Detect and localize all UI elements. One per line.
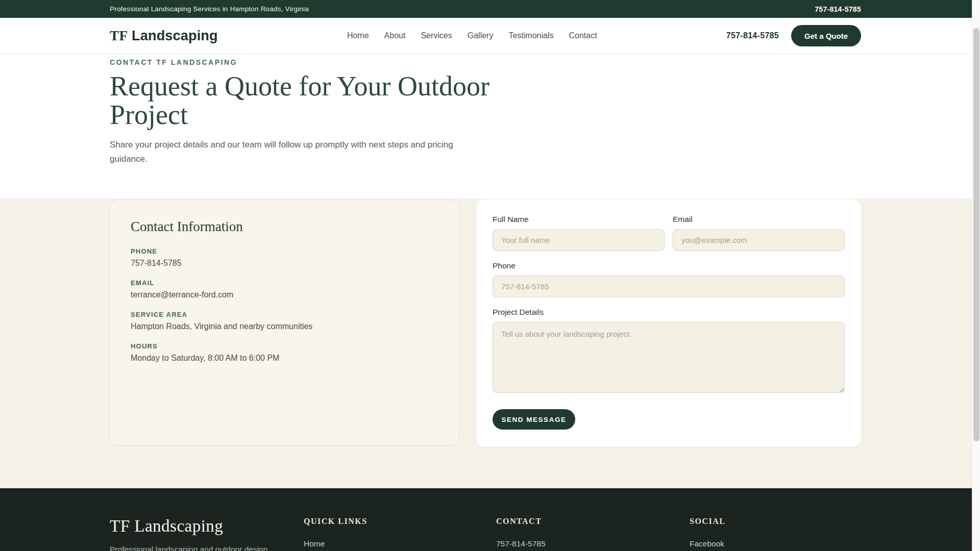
info-group-service-area: SERVICE AREA Hampton Roads, Virginia and… [131, 311, 438, 331]
nav-link-about[interactable]: About [384, 31, 406, 40]
project-details-label: Project Details [493, 308, 845, 317]
nav-link-services[interactable]: Services [421, 31, 452, 40]
project-details-textarea[interactable] [493, 322, 845, 393]
info-group-email: EMAIL terrance@terrance-ford.com [131, 279, 438, 299]
contact-info-card: Contact Information PHONE 757-814-5785 E… [110, 199, 459, 446]
info-value-service-area: Hampton Roads, Virginia and nearby commu… [131, 322, 438, 331]
hero-section: CONTACT TF LANDSCAPING Request a Quote f… [0, 54, 980, 198]
email-field-group: Email [673, 215, 845, 251]
nav-phone[interactable]: 757-814-5785 [726, 31, 779, 40]
email-label: Email [673, 215, 845, 224]
info-group-phone: PHONE 757-814-5785 [131, 247, 438, 268]
topbar-tagline: Professional Landscaping Services in Ham… [110, 5, 309, 13]
phone-label: Phone [493, 261, 845, 270]
page-title: Request a Quote for Your Outdoor Project [110, 72, 518, 129]
info-value-hours: Monday to Saturday, 8:00 AM to 6:00 PM [131, 354, 438, 363]
footer-contact-column: CONTACT 757-814-5785 terrance@terrance-f… [496, 517, 690, 551]
full-name-label: Full Name [493, 215, 665, 224]
info-label-service-area: SERVICE AREA [131, 311, 438, 318]
nav-link-testimonials[interactable]: Testimonials [508, 31, 553, 40]
hero-eyebrow: CONTACT TF LANDSCAPING [110, 58, 861, 66]
contact-section: Contact Information PHONE 757-814-5785 E… [0, 198, 980, 488]
nav-link-contact[interactable]: Contact [569, 31, 597, 40]
get-a-quote-button[interactable]: Get a Quote [791, 25, 861, 46]
send-message-button[interactable]: SEND MESSAGE [493, 409, 575, 430]
quote-form-card: Full Name Email Phone Project Details [476, 199, 861, 447]
email-input[interactable] [673, 229, 845, 251]
footer-quick-links-heading: QUICK LINKS [304, 517, 496, 526]
full-name-field-group: Full Name [493, 215, 665, 251]
nav-link-home[interactable]: Home [347, 31, 369, 40]
info-label-email: EMAIL [131, 279, 438, 287]
info-label-phone: PHONE [131, 247, 438, 255]
footer-link-facebook[interactable]: Facebook [690, 539, 861, 548]
info-value-phone: 757-814-5785 [131, 259, 438, 268]
project-details-field-group: Project Details [493, 308, 845, 393]
phone-field-group: Phone [493, 261, 845, 297]
footer-brand: TF Landscaping [110, 517, 304, 536]
footer: TF Landscaping Professional landscaping … [0, 488, 980, 551]
info-label-hours: HOURS [131, 342, 438, 350]
footer-quick-links-column: QUICK LINKS Home [304, 517, 496, 551]
footer-social-heading: SOCIAL [690, 517, 861, 526]
nav-right: 757-814-5785 Get a Quote [726, 25, 861, 46]
phone-input[interactable] [493, 276, 845, 297]
footer-contact-heading: CONTACT [496, 517, 690, 526]
hero-subtitle: Share your project details and our team … [110, 138, 493, 166]
footer-social-column: SOCIAL Facebook [690, 517, 861, 551]
full-name-input[interactable] [493, 229, 665, 251]
footer-contact-phone[interactable]: 757-814-5785 [496, 539, 690, 548]
footer-tagline: Professional landscaping and outdoor des… [110, 543, 273, 551]
brand-logo-sans: Landscaping [132, 28, 218, 43]
footer-link-home[interactable]: Home [304, 539, 496, 548]
brand-logo-serif: TF [110, 28, 128, 43]
scrollbar-thumb[interactable] [973, 28, 979, 441]
contact-info-title: Contact Information [131, 219, 438, 235]
nav-links: Home About Services Gallery Testimonials… [347, 31, 597, 40]
main-nav: TF Landscaping Home About Services Galle… [0, 18, 980, 54]
info-value-email: terrance@terrance-ford.com [131, 290, 438, 299]
nav-link-gallery[interactable]: Gallery [468, 31, 494, 40]
topbar-phone[interactable]: 757-814-5785 [815, 5, 861, 13]
page-scrollbar[interactable] [972, 0, 980, 551]
topbar: Professional Landscaping Services in Ham… [0, 0, 980, 18]
brand-logo[interactable]: TF Landscaping [110, 28, 218, 44]
info-group-hours: HOURS Monday to Saturday, 8:00 AM to 6:0… [131, 342, 438, 363]
footer-brand-column: TF Landscaping Professional landscaping … [110, 517, 304, 551]
